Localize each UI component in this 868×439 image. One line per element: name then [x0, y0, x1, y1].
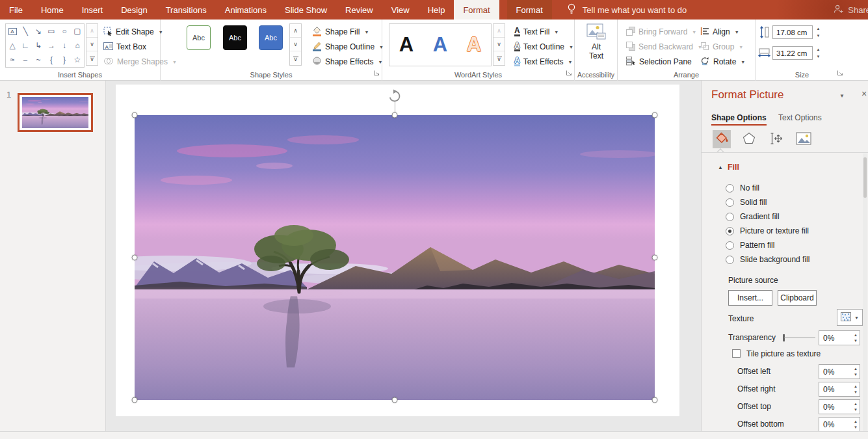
tab-transitions[interactable]: Transitions	[157, 0, 216, 20]
tab-design[interactable]: Design	[112, 0, 156, 20]
shape-width-stepper[interactable]: ▲▼	[814, 46, 822, 60]
transparency-input[interactable]: 0% ▲▼	[819, 330, 860, 345]
wordart-preset-2[interactable]: A	[433, 33, 447, 57]
tab-format-contextual[interactable]: Format	[507, 0, 552, 20]
radio-gradient-fill[interactable]: Gradient fill	[726, 211, 780, 222]
bring-forward-button[interactable]: Bring Forward▼	[624, 25, 698, 39]
rotate-handle[interactable]	[388, 89, 402, 106]
shape-curve-icon[interactable]: ~	[32, 53, 45, 67]
offset-left-input[interactable]: 0% ▲▼	[819, 364, 860, 379]
wordart-preset-3[interactable]: A	[467, 33, 481, 57]
shape-fill-button[interactable]: Shape Fill▼	[310, 25, 371, 39]
gallery-down-icon[interactable]: ∨	[86, 38, 98, 51]
resize-handle-middle-left[interactable]	[132, 255, 138, 261]
radio-no-fill[interactable]: No fill	[726, 183, 759, 193]
tab-view[interactable]: View	[382, 0, 419, 20]
fill-and-line-tab[interactable]	[713, 130, 731, 148]
shape-rectangle-icon[interactable]: ▭	[45, 24, 58, 38]
slide-1[interactable]	[116, 85, 679, 416]
picture-tab[interactable]	[795, 130, 813, 148]
shapes-gallery[interactable]: A ╲ ↘ ▭ ○ ▢ △ ∟ ↳ → ↓ ⌂ ≈ ⌢ ~ { }	[5, 23, 85, 68]
resize-handle-bottom-left[interactable]	[132, 397, 138, 403]
shape-height-stepper[interactable]: ▲▼	[814, 25, 822, 39]
radio-solid-fill[interactable]: Solid fill	[726, 197, 767, 207]
group-button[interactable]: Group▼	[698, 40, 745, 54]
text-box-button[interactable]: A Text Box	[101, 40, 148, 54]
texture-dropdown[interactable]: ▼	[837, 309, 863, 326]
tab-format-active[interactable]: Format	[454, 0, 499, 20]
resize-handle-middle-right[interactable]	[652, 255, 658, 261]
shape-down-arrow-icon[interactable]: ↓	[58, 38, 71, 53]
radio-picture-or-texture-fill[interactable]: Picture or texture fill	[726, 226, 809, 236]
resize-handle-top-right[interactable]	[652, 113, 658, 118]
shape-style-preset-1[interactable]: Abc	[187, 25, 211, 50]
send-backward-button[interactable]: Send Backward▼	[624, 40, 704, 54]
offset-top-stepper[interactable]: ▲▼	[854, 401, 858, 413]
shape-style-preset-3[interactable]: Abc	[259, 25, 283, 50]
shape-arrow-icon[interactable]: ↘	[32, 24, 45, 38]
tab-review[interactable]: Review	[336, 0, 382, 20]
gallery-down-icon[interactable]: ∨	[493, 38, 505, 51]
gallery-more-icon[interactable]: ∨	[493, 51, 505, 65]
align-button[interactable]: Align▼	[698, 25, 741, 39]
offset-top-input[interactable]: 0% ▲▼	[819, 399, 860, 414]
tab-slide-show[interactable]: Slide Show	[276, 0, 336, 20]
tab-shape-options[interactable]: Shape Options	[711, 113, 767, 126]
clipboard-button[interactable]: Clipboard	[778, 290, 817, 306]
gallery-down-icon[interactable]: ∨	[290, 38, 301, 51]
shape-style-preset-2[interactable]: Abc	[223, 25, 247, 50]
offset-right-stepper[interactable]: ▲▼	[854, 383, 858, 395]
offset-left-stepper[interactable]: ▲▼	[854, 366, 858, 378]
pane-dropdown-icon[interactable]: ▼	[839, 93, 845, 99]
tell-me-box[interactable]: Tell me what you want to do	[566, 0, 687, 20]
shape-width-input[interactable]: 31.22 cm	[772, 46, 813, 60]
shape-outline-button[interactable]: Shape Outline▼	[310, 40, 386, 54]
shape-freeform-icon[interactable]: ⌂	[71, 38, 84, 53]
resize-handle-top-middle[interactable]	[392, 113, 398, 118]
gallery-up-icon[interactable]: ∧	[290, 24, 301, 38]
offset-bottom-input[interactable]: 0% ▲▼	[819, 417, 860, 431]
shape-textbox-icon[interactable]: A	[6, 24, 19, 38]
offset-right-input[interactable]: 0% ▲▼	[819, 382, 860, 397]
resize-handle-bottom-middle[interactable]	[392, 397, 398, 403]
insert-picture-button[interactable]: Insert...	[728, 290, 772, 306]
pane-close-icon[interactable]: ×	[861, 88, 867, 99]
tab-help[interactable]: Help	[419, 0, 454, 20]
rotate-button[interactable]: Rotate▼	[698, 55, 747, 69]
shape-oval-icon[interactable]: ○	[58, 24, 71, 38]
fill-section-header[interactable]: ▲ Fill	[718, 163, 739, 172]
resize-handle-top-left[interactable]	[132, 113, 138, 118]
tab-insert[interactable]: Insert	[73, 0, 112, 20]
shape-right-arrow-icon[interactable]: →	[45, 38, 58, 53]
text-fill-button[interactable]: A Text Fill▼	[512, 25, 560, 39]
edit-shape-button[interactable]: Edit Shape▼	[101, 25, 165, 39]
pane-scrollbar[interactable]	[863, 153, 867, 431]
shape-scribble-icon[interactable]: ≈	[6, 53, 19, 67]
shape-star-icon[interactable]: ☆	[71, 53, 84, 67]
offset-bottom-stepper[interactable]: ▲▼	[854, 418, 858, 431]
resize-handle-bottom-right[interactable]	[652, 397, 658, 403]
tab-animations[interactable]: Animations	[216, 0, 276, 20]
tab-file[interactable]: File	[0, 0, 32, 20]
slide-thumbnail-1[interactable]	[18, 93, 93, 132]
wordart-preset-1[interactable]: A	[399, 33, 414, 57]
effects-tab[interactable]	[740, 130, 758, 148]
transparency-stepper[interactable]: ▲▼	[854, 332, 858, 344]
gallery-more-icon[interactable]: ∨	[86, 51, 98, 65]
shape-left-brace-icon[interactable]: {	[45, 53, 58, 67]
shape-right-brace-icon[interactable]: }	[58, 53, 71, 67]
text-outline-button[interactable]: A Text Outline▼	[512, 40, 575, 54]
pane-scrollbar-thumb[interactable]	[863, 157, 867, 198]
tab-home[interactable]: Home	[32, 0, 73, 20]
shape-elbow-arrow-icon[interactable]: ↳	[32, 38, 45, 53]
radio-pattern-fill[interactable]: Pattern fill	[726, 240, 774, 250]
tab-text-options[interactable]: Text Options	[778, 113, 822, 122]
shape-height-input[interactable]: 17.08 cm	[772, 25, 813, 39]
share-button[interactable]: Share	[833, 0, 868, 20]
shape-triangle-icon[interactable]: △	[6, 38, 19, 53]
tile-picture-checkbox[interactable]	[732, 349, 741, 358]
shape-line-icon[interactable]: ╲	[19, 24, 32, 38]
shape-arc-icon[interactable]: ⌢	[19, 53, 32, 67]
gallery-up-icon[interactable]: ∧	[86, 24, 98, 38]
selected-picture[interactable]	[135, 115, 655, 400]
